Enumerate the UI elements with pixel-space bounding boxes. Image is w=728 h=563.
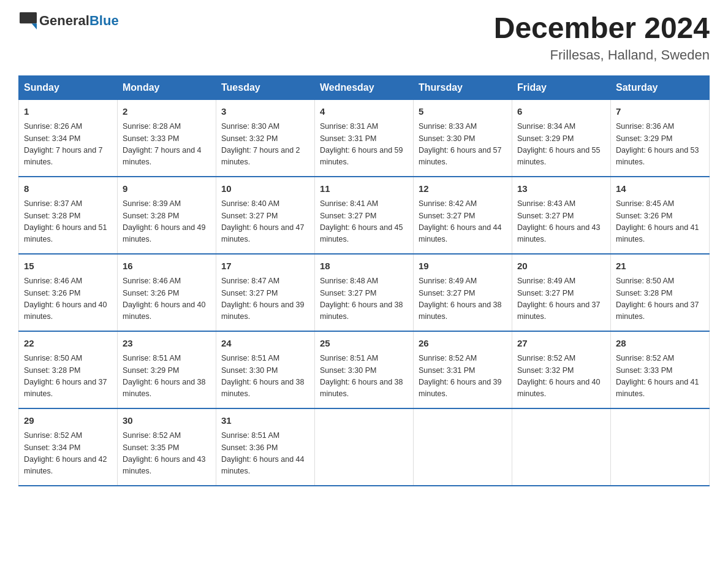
day-number: 30: [123, 414, 211, 428]
day-cell: 20Sunrise: 8:49 AMSunset: 3:27 PMDayligh…: [512, 254, 611, 331]
day-info: Sunrise: 8:51 AMSunset: 3:30 PMDaylight:…: [221, 353, 309, 400]
day-info: Sunrise: 8:34 AMSunset: 3:29 PMDaylight:…: [517, 121, 605, 169]
day-number: 31: [221, 414, 309, 428]
day-info: Sunrise: 8:39 AMSunset: 3:28 PMDaylight:…: [123, 198, 211, 246]
day-number: 26: [419, 337, 507, 351]
title-block: December 2024 Frillesas, Halland, Sweden: [494, 12, 710, 63]
header-monday: Monday: [118, 75, 216, 99]
header-saturday: Saturday: [611, 75, 710, 99]
svg-rect-0: [20, 12, 37, 23]
week-row-1: 1Sunrise: 8:26 AMSunset: 3:34 PMDaylight…: [19, 99, 710, 177]
header-wednesday: Wednesday: [315, 75, 414, 99]
day-cell: 27Sunrise: 8:52 AMSunset: 3:32 PMDayligh…: [512, 331, 611, 408]
header-tuesday: Tuesday: [216, 75, 315, 99]
week-row-5: 29Sunrise: 8:52 AMSunset: 3:34 PMDayligh…: [19, 408, 710, 486]
day-number: 1: [24, 105, 112, 119]
day-cell: [414, 408, 512, 486]
day-cell: 28Sunrise: 8:52 AMSunset: 3:33 PMDayligh…: [611, 331, 710, 408]
day-cell: 8Sunrise: 8:37 AMSunset: 3:28 PMDaylight…: [19, 177, 118, 254]
day-info: Sunrise: 8:51 AMSunset: 3:36 PMDaylight:…: [221, 430, 309, 478]
day-info: Sunrise: 8:51 AMSunset: 3:29 PMDaylight:…: [123, 353, 211, 400]
calendar-title: December 2024: [494, 12, 710, 45]
day-number: 2: [123, 105, 211, 119]
day-info: Sunrise: 8:30 AMSunset: 3:32 PMDaylight:…: [221, 121, 309, 169]
day-number: 13: [517, 182, 605, 196]
day-info: Sunrise: 8:47 AMSunset: 3:27 PMDaylight:…: [221, 275, 309, 323]
week-row-2: 8Sunrise: 8:37 AMSunset: 3:28 PMDaylight…: [19, 177, 710, 254]
day-number: 20: [517, 259, 605, 274]
week-row-3: 15Sunrise: 8:46 AMSunset: 3:26 PMDayligh…: [19, 254, 710, 331]
day-cell: 18Sunrise: 8:48 AMSunset: 3:27 PMDayligh…: [315, 254, 414, 331]
day-info: Sunrise: 8:52 AMSunset: 3:34 PMDaylight:…: [24, 430, 112, 478]
day-cell: 3Sunrise: 8:30 AMSunset: 3:32 PMDaylight…: [216, 99, 315, 177]
day-number: 5: [419, 105, 507, 119]
day-cell: [512, 408, 611, 486]
day-cell: 24Sunrise: 8:51 AMSunset: 3:30 PMDayligh…: [216, 331, 315, 408]
day-number: 12: [419, 182, 507, 196]
day-cell: 17Sunrise: 8:47 AMSunset: 3:27 PMDayligh…: [216, 254, 315, 331]
day-cell: 11Sunrise: 8:41 AMSunset: 3:27 PMDayligh…: [315, 177, 414, 254]
day-cell: [315, 408, 414, 486]
day-number: 8: [24, 182, 112, 196]
day-number: 23: [123, 337, 211, 351]
day-number: 11: [320, 182, 408, 196]
day-number: 21: [616, 259, 704, 274]
day-info: Sunrise: 8:49 AMSunset: 3:27 PMDaylight:…: [419, 275, 507, 323]
day-cell: 6Sunrise: 8:34 AMSunset: 3:29 PMDaylight…: [512, 99, 611, 177]
week-row-4: 22Sunrise: 8:50 AMSunset: 3:28 PMDayligh…: [19, 331, 710, 408]
day-number: 28: [616, 337, 704, 351]
calendar-table: SundayMondayTuesdayWednesdayThursdayFrid…: [18, 75, 710, 486]
day-info: Sunrise: 8:52 AMSunset: 3:31 PMDaylight:…: [419, 353, 507, 400]
day-info: Sunrise: 8:42 AMSunset: 3:27 PMDaylight:…: [419, 198, 507, 246]
page-header: GeneralBlue December 2024 Frillesas, Hal…: [18, 12, 710, 63]
day-cell: 13Sunrise: 8:43 AMSunset: 3:27 PMDayligh…: [512, 177, 611, 254]
day-cell: 10Sunrise: 8:40 AMSunset: 3:27 PMDayligh…: [216, 177, 315, 254]
day-cell: 1Sunrise: 8:26 AMSunset: 3:34 PMDaylight…: [19, 99, 118, 177]
day-number: 19: [419, 259, 507, 274]
day-cell: 26Sunrise: 8:52 AMSunset: 3:31 PMDayligh…: [414, 331, 512, 408]
day-number: 4: [320, 105, 408, 119]
day-info: Sunrise: 8:50 AMSunset: 3:28 PMDaylight:…: [24, 353, 112, 400]
day-info: Sunrise: 8:52 AMSunset: 3:32 PMDaylight:…: [517, 353, 605, 400]
day-number: 25: [320, 337, 408, 351]
day-info: Sunrise: 8:33 AMSunset: 3:30 PMDaylight:…: [419, 121, 507, 169]
day-cell: 4Sunrise: 8:31 AMSunset: 3:31 PMDaylight…: [315, 99, 414, 177]
day-info: Sunrise: 8:49 AMSunset: 3:27 PMDaylight:…: [517, 275, 605, 323]
day-info: Sunrise: 8:26 AMSunset: 3:34 PMDaylight:…: [24, 121, 112, 169]
day-cell: 12Sunrise: 8:42 AMSunset: 3:27 PMDayligh…: [414, 177, 512, 254]
day-cell: 25Sunrise: 8:51 AMSunset: 3:30 PMDayligh…: [315, 331, 414, 408]
day-number: 27: [517, 337, 605, 351]
day-cell: 19Sunrise: 8:49 AMSunset: 3:27 PMDayligh…: [414, 254, 512, 331]
day-cell: 14Sunrise: 8:45 AMSunset: 3:26 PMDayligh…: [611, 177, 710, 254]
logo-blue-text: Blue: [89, 13, 119, 28]
day-number: 24: [221, 337, 309, 351]
day-info: Sunrise: 8:31 AMSunset: 3:31 PMDaylight:…: [320, 121, 408, 169]
day-cell: [611, 408, 710, 486]
day-info: Sunrise: 8:46 AMSunset: 3:26 PMDaylight:…: [123, 275, 211, 323]
day-number: 29: [24, 414, 112, 428]
day-number: 15: [24, 259, 112, 274]
day-info: Sunrise: 8:48 AMSunset: 3:27 PMDaylight:…: [320, 275, 408, 323]
day-number: 7: [616, 105, 704, 119]
day-cell: 7Sunrise: 8:36 AMSunset: 3:29 PMDaylight…: [611, 99, 710, 177]
logo: GeneralBlue: [18, 12, 119, 29]
header-friday: Friday: [512, 75, 611, 99]
day-cell: 16Sunrise: 8:46 AMSunset: 3:26 PMDayligh…: [118, 254, 216, 331]
day-cell: 15Sunrise: 8:46 AMSunset: 3:26 PMDayligh…: [19, 254, 118, 331]
day-info: Sunrise: 8:50 AMSunset: 3:28 PMDaylight:…: [616, 275, 704, 323]
day-cell: 2Sunrise: 8:28 AMSunset: 3:33 PMDaylight…: [118, 99, 216, 177]
day-number: 18: [320, 259, 408, 274]
day-info: Sunrise: 8:51 AMSunset: 3:30 PMDaylight:…: [320, 353, 408, 400]
day-number: 17: [221, 259, 309, 274]
day-info: Sunrise: 8:40 AMSunset: 3:27 PMDaylight:…: [221, 198, 309, 246]
day-info: Sunrise: 8:52 AMSunset: 3:35 PMDaylight:…: [123, 430, 211, 478]
calendar-subtitle: Frillesas, Halland, Sweden: [494, 47, 710, 63]
day-cell: 21Sunrise: 8:50 AMSunset: 3:28 PMDayligh…: [611, 254, 710, 331]
day-cell: 9Sunrise: 8:39 AMSunset: 3:28 PMDaylight…: [118, 177, 216, 254]
logo-icon: [20, 12, 37, 29]
days-header-row: SundayMondayTuesdayWednesdayThursdayFrid…: [19, 75, 710, 99]
day-number: 22: [24, 337, 112, 351]
day-number: 6: [517, 105, 605, 119]
day-cell: 30Sunrise: 8:52 AMSunset: 3:35 PMDayligh…: [118, 408, 216, 486]
svg-marker-1: [32, 23, 37, 29]
